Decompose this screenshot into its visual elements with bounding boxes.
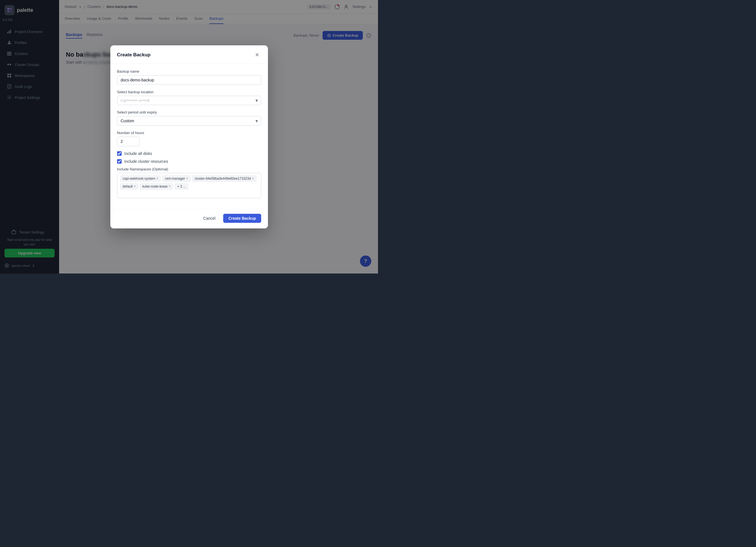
tag-default[interactable]: default ×: [120, 183, 138, 189]
include-cluster-checkbox[interactable]: [117, 159, 122, 164]
hours-input[interactable]: [117, 137, 140, 146]
backup-name-group: Backup name: [117, 69, 261, 85]
tag-capi-webhook[interactable]: capi-webhook-system ×: [120, 175, 161, 182]
backup-location-placeholder: r/p••••t•-s•••d: [121, 98, 150, 102]
cancel-button[interactable]: Cancel: [199, 214, 220, 223]
period-select[interactable]: Custom: [117, 116, 261, 126]
period-value: Custom: [121, 119, 134, 123]
more-namespaces-tag[interactable]: + 3 ...: [175, 183, 188, 189]
modal-footer: Cancel Create Backup: [110, 209, 268, 228]
namespaces-label: Include Namespaces (Optional): [117, 167, 261, 171]
create-backup-submit-button[interactable]: Create Backup: [223, 214, 261, 223]
period-label: Select period until expiry: [117, 110, 261, 114]
include-disks-group: Include all disks: [117, 151, 261, 156]
tag-close-default[interactable]: ×: [134, 185, 136, 188]
include-cluster-group: Include cluster resources: [117, 159, 261, 164]
backup-name-input[interactable]: [117, 75, 261, 85]
include-cluster-label[interactable]: Include cluster resources: [124, 159, 168, 164]
backup-location-label: Select backup location: [117, 90, 261, 94]
tag-cluster-id[interactable]: cluster-64e59ba3e449e60ee171023d ×: [192, 175, 256, 182]
tag-close-capi[interactable]: ×: [156, 177, 158, 180]
period-group: Select period until expiry Custom ▾: [117, 110, 261, 126]
backup-location-select[interactable]: r/p••••t•-s•••d: [117, 96, 261, 105]
tag-cert-manager[interactable]: cert-manager ×: [162, 175, 191, 182]
modal-body: Backup name Select backup location r/p••…: [110, 64, 268, 209]
include-disks-checkbox[interactable]: [117, 151, 122, 156]
namespaces-input[interactable]: capi-webhook-system × cert-manager × clu…: [117, 173, 261, 198]
tag-kube-node-lease[interactable]: kube-node-lease ×: [140, 183, 173, 189]
namespaces-group: Include Namespaces (Optional) capi-webho…: [117, 167, 261, 198]
include-disks-label[interactable]: Include all disks: [124, 151, 152, 156]
hours-group: Number of hours: [117, 131, 261, 146]
hours-label: Number of hours: [117, 131, 261, 135]
tag-close-cert[interactable]: ×: [186, 177, 188, 180]
create-backup-modal: Create Backup ✕ Backup name Select backu…: [110, 45, 268, 228]
modal-close-button[interactable]: ✕: [253, 51, 261, 59]
modal-title: Create Backup: [117, 52, 151, 58]
modal-overlay[interactable]: Create Backup ✕ Backup name Select backu…: [0, 0, 378, 274]
backup-location-group: Select backup location r/p••••t•-s•••d ▾: [117, 90, 261, 105]
tag-close-kube[interactable]: ×: [169, 185, 170, 188]
period-select-wrapper: Custom ▾: [117, 116, 261, 126]
tag-close-cluster[interactable]: ×: [252, 177, 254, 180]
modal-header: Create Backup ✕: [110, 45, 268, 64]
backup-name-label: Backup name: [117, 69, 261, 73]
backup-location-select-wrapper: r/p••••t•-s•••d ▾: [117, 96, 261, 105]
